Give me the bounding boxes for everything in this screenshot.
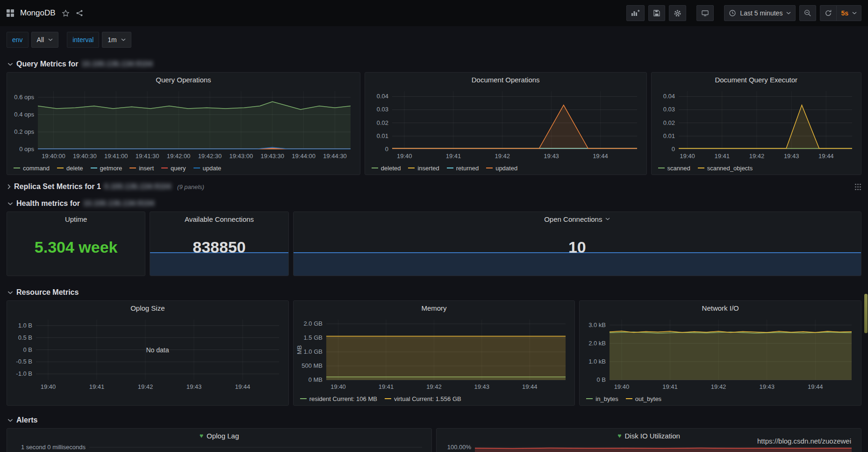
panel-document-query-executor: Document Query Executor 00.010.020.030.0… <box>651 72 862 175</box>
refresh-interval-dropdown[interactable]: 5s <box>836 5 861 21</box>
legend-item[interactable]: command <box>14 165 50 172</box>
alert-ok-heart-icon: ♥ <box>617 432 621 439</box>
oplog-lag-graph[interactable]: 1 second 0 milliseconds <box>10 443 429 452</box>
panel-header-uptime[interactable]: Uptime <box>7 212 145 226</box>
svg-text:19:41: 19:41 <box>378 383 394 390</box>
svg-text:0.04: 0.04 <box>663 93 674 100</box>
zoom-out-button[interactable] <box>799 5 816 21</box>
dashboards-icon[interactable] <box>7 9 14 17</box>
document-query-executor-graph[interactable]: 00.010.020.030.0419:4019:4119:4219:4319:… <box>654 87 859 163</box>
variable-env-selected: All <box>37 36 44 44</box>
svg-text:0 B: 0 B <box>597 376 606 383</box>
uptime-value: 5.304 week <box>7 238 145 256</box>
legend-item[interactable]: scanned <box>658 165 690 172</box>
open-connections-value: 10 <box>294 238 861 256</box>
chevron-down-icon <box>7 419 13 422</box>
row-title: Replica Set Metrics for 1 <box>14 182 101 191</box>
oplog-size-graph[interactable]: 1.0 B0.5 B0 B-0.5 B-1.0 B19:4019:4119:42… <box>10 315 286 394</box>
panel-network-io: Network I/O 0 B1.0 kB2.0 kB3.0 kB19:4019… <box>579 300 861 406</box>
legend-item[interactable]: delete <box>57 165 83 172</box>
panel-header-query-operations[interactable]: Query Operations <box>7 73 360 87</box>
svg-text:0: 0 <box>385 146 388 153</box>
query-operations-graph[interactable]: 0 ops0.2 ops0.4 ops0.6 ops19:40:0019:40:… <box>10 87 357 163</box>
memory-graph[interactable]: 0 MB500 MB1.0 GB1.5 GB2.0 GB19:4019:4119… <box>296 315 572 394</box>
svg-text:19:44: 19:44 <box>818 153 834 160</box>
legend-item[interactable]: deleted <box>372 165 401 172</box>
legend-item[interactable]: resident Current: 106 MB <box>300 395 377 402</box>
monitor-icon <box>701 9 709 17</box>
panel-header-network-io[interactable]: Network I/O <box>580 301 861 315</box>
panel-add-icon <box>631 9 640 17</box>
row-panel-count: (9 panels) <box>177 183 204 190</box>
add-panel-button[interactable] <box>626 5 645 21</box>
legend-item[interactable]: getmore <box>91 165 122 172</box>
legend-item[interactable]: update <box>194 165 222 172</box>
cycle-view-button[interactable] <box>696 5 714 21</box>
legend-series-name: command <box>23 165 50 172</box>
time-range-label: Last 5 minutes <box>740 9 782 17</box>
resource-metrics-panels: Oplog Size 1.0 B0.5 B0 B-0.5 B-1.0 B19:4… <box>7 300 861 406</box>
refresh-button[interactable] <box>820 5 837 21</box>
network-io-graph[interactable]: 0 B1.0 kB2.0 kB3.0 kB19:4019:4119:4219:4… <box>582 315 858 394</box>
save-dashboard-button[interactable] <box>648 5 665 21</box>
svg-text:19:44:00: 19:44:00 <box>292 153 316 160</box>
legend-item[interactable]: query <box>161 165 186 172</box>
svg-text:-1.0 B: -1.0 B <box>16 370 32 377</box>
scrollbar-thumb[interactable] <box>864 294 868 333</box>
svg-text:0.5 B: 0.5 B <box>18 334 32 341</box>
svg-text:-0.5 B: -0.5 B <box>16 358 32 365</box>
chevron-down-icon <box>7 63 13 66</box>
panel-header-oplog-lag[interactable]: ♥ Oplog Lag <box>7 429 431 443</box>
dashboard-settings-button[interactable] <box>669 5 686 21</box>
redacted-host: 10.100.136.134:9104 <box>83 199 154 208</box>
legend-item[interactable]: in_bytes <box>586 395 618 402</box>
panel-title-text: Oplog Lag <box>207 432 239 440</box>
legend-series-color <box>129 168 136 168</box>
svg-text:0.01: 0.01 <box>377 132 388 139</box>
time-range-picker[interactable]: Last 5 minutes <box>724 5 796 21</box>
network-io-legend: in_bytesout_bytes <box>580 394 861 406</box>
row-alerts[interactable]: Alerts <box>7 415 861 425</box>
panel-header-open-connections[interactable]: Open Connections <box>294 212 861 226</box>
legend-item[interactable]: scanned_objects <box>698 165 753 172</box>
panel-header-oplog-size[interactable]: Oplog Size <box>7 301 288 315</box>
document-query-executor-legend: scannedscanned_objects <box>652 163 861 175</box>
svg-text:19:42:30: 19:42:30 <box>198 153 222 160</box>
star-icon[interactable] <box>62 9 70 17</box>
gear-icon <box>674 9 681 17</box>
legend-item[interactable]: insert <box>129 165 154 172</box>
row-replica-set-metrics[interactable]: Replica Set Metrics for 1 0.100.136.134:… <box>7 182 861 192</box>
watermark: https://blog.csdn.net/zuozewei <box>757 437 851 445</box>
legend-item[interactable]: out_bytes <box>626 395 661 402</box>
legend-item[interactable]: updated <box>486 165 517 172</box>
row-query-metrics[interactable]: Query Metrics for 10.100.136.134:9104 <box>7 59 861 69</box>
variable-env-value[interactable]: All <box>31 32 59 48</box>
chevron-down-icon <box>7 202 13 205</box>
panel-title-text: Memory <box>421 304 446 312</box>
svg-text:19:43: 19:43 <box>187 383 202 390</box>
svg-text:19:44: 19:44 <box>593 153 608 160</box>
legend-item[interactable]: virtual Current: 1.556 GB <box>385 395 461 402</box>
panel-header-memory[interactable]: Memory <box>294 301 575 315</box>
svg-text:19:41:30: 19:41:30 <box>136 153 159 160</box>
legend-item[interactable]: returned <box>447 165 479 172</box>
panel-header-document-query-executor[interactable]: Document Query Executor <box>652 73 861 87</box>
legend-item[interactable]: inserted <box>408 165 439 172</box>
svg-text:No data: No data <box>146 346 169 354</box>
document-operations-graph[interactable]: 00.010.020.030.0419:4019:4119:4219:4319:… <box>368 87 644 163</box>
row-health-metrics[interactable]: Health metrics for 10.100.136.134:9104 <box>7 198 861 209</box>
panel-uptime: Uptime 5.304 week <box>7 211 145 276</box>
legend-series-color <box>586 398 593 399</box>
legend-series-color <box>658 168 665 168</box>
dashboard-variables: env All interval 1m <box>0 26 868 52</box>
panel-header-document-operations[interactable]: Document Operations <box>365 73 646 87</box>
row-resource-metrics[interactable]: Resource Metrics <box>7 287 861 298</box>
panel-title-text: Open Connections <box>544 215 602 223</box>
svg-text:3.0 kB: 3.0 kB <box>588 321 606 328</box>
svg-text:19:42: 19:42 <box>426 383 442 390</box>
share-icon[interactable] <box>76 9 83 17</box>
variable-interval-label: interval <box>67 32 99 48</box>
panel-header-available-connections[interactable]: Available Connections <box>150 212 288 226</box>
variable-interval-value[interactable]: 1m <box>102 32 131 48</box>
row-drag-handle[interactable] <box>854 183 861 191</box>
